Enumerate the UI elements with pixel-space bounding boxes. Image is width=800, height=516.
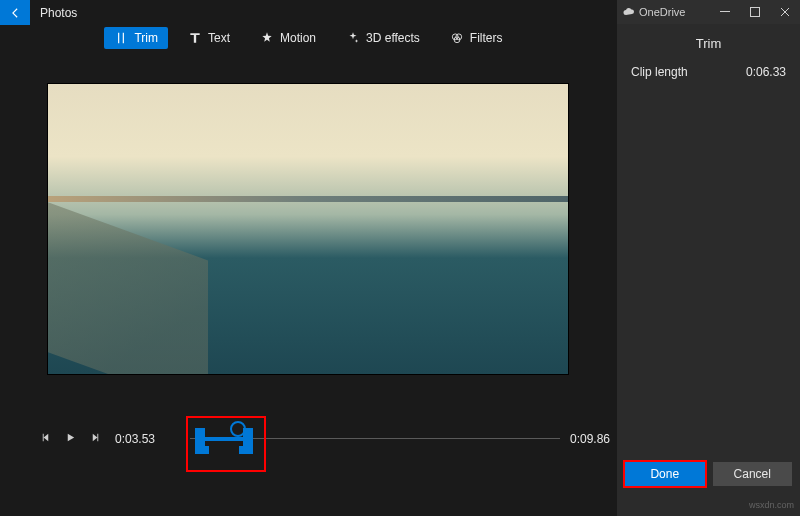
cancel-button-label: Cancel — [734, 467, 771, 481]
prev-frame-button[interactable] — [40, 432, 51, 446]
toolbar-motion-label: Motion — [280, 31, 316, 45]
cancel-button[interactable]: Cancel — [713, 462, 793, 486]
clip-length-label: Clip length — [631, 65, 688, 79]
editor-toolbar: Trim Text Motion 3D effects Filters — [0, 20, 617, 56]
next-frame-button[interactable] — [90, 432, 101, 446]
panel-title: Trim — [617, 24, 800, 61]
transport-bar: 0:03.53 0:09.86 — [40, 418, 595, 468]
toolbar-filters[interactable]: Filters — [440, 27, 513, 49]
toolbar-3d-effects-label: 3D effects — [366, 31, 420, 45]
video-horizon — [48, 196, 568, 202]
done-button[interactable]: Done — [625, 462, 705, 486]
toolbar-text[interactable]: Text — [178, 27, 240, 49]
transport-controls: 0:03.53 — [40, 432, 155, 446]
end-time: 0:09.86 — [570, 432, 610, 446]
play-button[interactable] — [65, 432, 76, 446]
toolbar-3d-effects[interactable]: 3D effects — [336, 27, 430, 49]
side-panel: OneDrive Trim Clip length 0:06.33 Done C… — [617, 0, 800, 516]
window-controls — [710, 0, 800, 24]
panel-footer: Done Cancel — [617, 462, 800, 486]
current-time: 0:03.53 — [115, 432, 155, 446]
sparkle-icon — [346, 31, 360, 45]
clip-length-row: Clip length 0:06.33 — [617, 61, 800, 83]
done-button-label: Done — [650, 467, 679, 481]
window-titlebar: OneDrive — [617, 0, 800, 24]
trim-bar[interactable] — [205, 437, 243, 441]
arrow-left-icon — [8, 6, 22, 20]
video-foreground — [48, 188, 208, 374]
toolbar-filters-label: Filters — [470, 31, 503, 45]
editor-pane: Photos Trim Text Motion 3D effects Filte… — [0, 0, 617, 516]
filters-icon — [450, 31, 464, 45]
trim-handle-end[interactable] — [243, 428, 253, 450]
app-title: Photos — [40, 6, 77, 20]
toolbar-motion[interactable]: Motion — [250, 27, 326, 49]
cloud-icon — [623, 6, 635, 18]
toolbar-trim[interactable]: Trim — [104, 27, 168, 49]
clip-length-value: 0:06.33 — [746, 65, 786, 79]
trim-handle-start[interactable] — [195, 428, 205, 450]
close-button[interactable] — [770, 0, 800, 24]
text-icon — [188, 31, 202, 45]
motion-icon — [260, 31, 274, 45]
watermark: wsxdn.com — [749, 500, 794, 510]
video-preview — [48, 84, 568, 374]
minimize-button[interactable] — [710, 0, 740, 24]
onedrive-label: OneDrive — [639, 6, 685, 18]
toolbar-text-label: Text — [208, 31, 230, 45]
toolbar-trim-label: Trim — [134, 31, 158, 45]
onedrive-indicator: OneDrive — [617, 6, 685, 18]
maximize-button[interactable] — [740, 0, 770, 24]
svg-rect-3 — [720, 11, 730, 12]
trim-icon — [114, 31, 128, 45]
svg-rect-4 — [751, 8, 760, 17]
trim-region[interactable] — [195, 426, 253, 452]
